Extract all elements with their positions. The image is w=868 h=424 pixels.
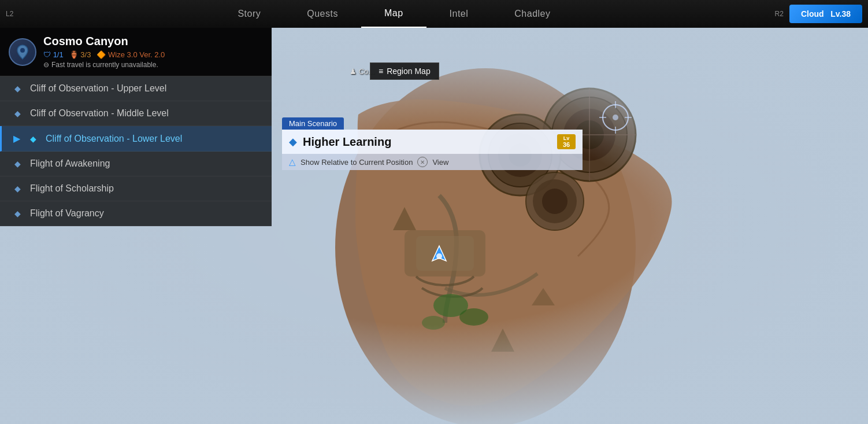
scenario-content: ◆ Higher Learning Lv 36 (282, 130, 583, 154)
player-name: Cloud (801, 9, 824, 19)
location-item-flight-vagrancy[interactable]: ◆ Flight of Vagrancy (0, 201, 272, 226)
location-label-1: Cliff of Observation - Middle Level (30, 108, 169, 119)
nav-intel[interactable]: Intel (426, 0, 492, 28)
location-name: Cosmo Canyon (43, 35, 263, 48)
chest-stat: 🏺 3/3 (69, 50, 91, 59)
location-item-flight-awakening[interactable]: ◆ Flight of Awakening (0, 152, 272, 176)
player-info: Cloud Lv.38 (789, 5, 862, 23)
nav-map[interactable]: Map (361, 0, 426, 28)
scenario-actions: △ Show Relative to Current Position ✕ Vi… (282, 154, 583, 170)
sidebar-panel: Cosmo Canyon 🛡 1/1 🏺 3/3 🔶 Wize 3.0 Ver.… (0, 28, 272, 226)
location-icon (9, 38, 36, 66)
view-label: View (432, 158, 448, 167)
location-stats: 🛡 1/1 🏺 3/3 🔶 Wize 3.0 Ver. 2.0 (43, 50, 263, 59)
nav-chadley[interactable]: Chadley (491, 0, 573, 28)
triangle-button-icon: △ (289, 157, 296, 167)
minus-icon: ⊖ (43, 61, 49, 69)
diamond-icon-4: ◆ (12, 184, 23, 193)
wize-stat: 🔶 Wize 3.0 Ver. 2.0 (97, 50, 165, 59)
location-label-3: Flight of Awakening (30, 158, 110, 169)
svg-point-25 (436, 253, 442, 259)
level-number: 36 (563, 141, 570, 148)
shield-stat: 🛡 1/1 (43, 50, 64, 59)
level-prefix: Lv (561, 135, 572, 141)
location-info: Cosmo Canyon 🛡 1/1 🏺 3/3 🔶 Wize 3.0 Ver.… (43, 35, 263, 69)
fast-travel-text: Fast travel is currently unavailable. (51, 61, 158, 69)
player-level-prefix: Lv. (830, 9, 841, 19)
circle-button-icon: ✕ (417, 157, 428, 167)
location-header: Cosmo Canyon 🛡 1/1 🏺 3/3 🔶 Wize 3.0 Ver.… (0, 28, 272, 76)
arrow-icon: ▶ (13, 133, 20, 144)
top-navigation: L2 Story Quests Map Intel Chadley R2 Clo… (0, 0, 868, 28)
nav-story[interactable]: Story (214, 0, 284, 28)
l2-button[interactable]: L2 (0, 10, 19, 18)
menu-icon: ≡ (379, 67, 383, 76)
location-item-middle-level[interactable]: ◆ Cliff of Observation - Middle Level (0, 101, 272, 126)
location-label-2: Cliff of Observation - Lower Level (46, 134, 182, 144)
region-map-label: Region Map (387, 67, 431, 76)
scenario-tooltip: Main Scenario ◆ Higher Learning Lv 36 △ … (282, 117, 583, 170)
nav-quests[interactable]: Quests (284, 0, 361, 28)
show-relative-label: Show Relative to Current Position (301, 158, 413, 167)
nav-menu: Story Quests Map Intel Chadley (19, 0, 769, 28)
diamond-icon-5: ◆ (12, 209, 23, 218)
diamond-icon-2: ◆ (27, 134, 39, 143)
location-item-lower-level[interactable]: ▶ ◆ Cliff of Observation - Lower Level (0, 126, 272, 152)
scenario-title: Higher Learning (303, 135, 551, 149)
location-item-upper-level[interactable]: ◆ Cliff of Observation - Upper Level (0, 76, 272, 101)
r2-button[interactable]: R2 (769, 10, 789, 18)
diamond-icon-1: ◆ (12, 109, 23, 118)
location-item-flight-scholarship[interactable]: ◆ Flight of Scholarship (0, 176, 272, 201)
player-level: 38 (841, 9, 851, 19)
location-label-4: Flight of Scholarship (30, 183, 114, 194)
diamond-icon-0: ◆ (12, 84, 23, 93)
region-map-button[interactable]: ≡ Region Map (370, 62, 439, 80)
svg-point-32 (20, 48, 25, 53)
location-pin-icon (14, 44, 31, 60)
fast-travel-notice: ⊖ Fast travel is currently unavailable. (43, 61, 263, 69)
scenario-tag: Main Scenario (282, 117, 344, 130)
scenario-level-badge: Lv 36 (557, 134, 576, 149)
location-label-5: Flight of Vagrancy (30, 208, 104, 219)
location-label-0: Cliff of Observation - Upper Level (30, 83, 166, 94)
scenario-diamond-icon: ◆ (289, 135, 297, 148)
diamond-icon-3: ◆ (12, 159, 23, 168)
svg-point-27 (613, 115, 618, 120)
location-list: ◆ Cliff of Observation - Upper Level ◆ C… (0, 76, 272, 226)
